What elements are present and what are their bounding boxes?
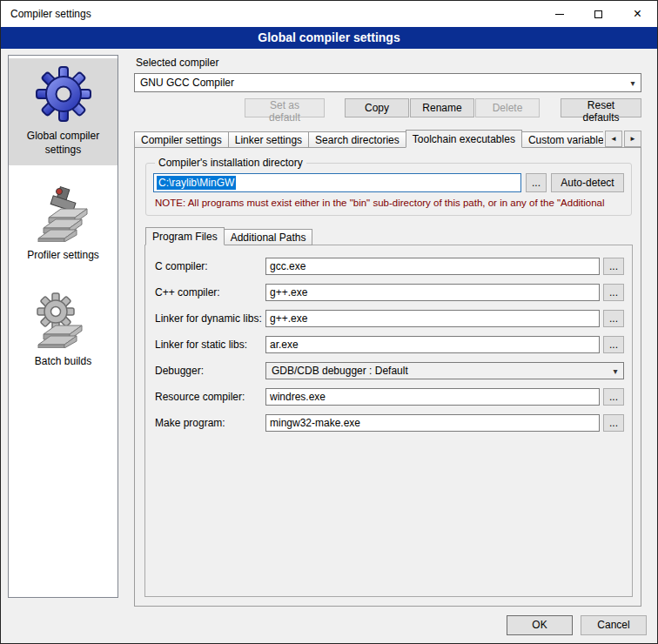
rename-button[interactable]: Rename [410, 98, 474, 117]
field-row-resource-compiler: Resource compiler: ... [155, 388, 624, 406]
tab-search-directories[interactable]: Search directories [308, 131, 406, 148]
tab-program-files[interactable]: Program Files [145, 227, 225, 245]
program-files-panel: C compiler: ... C++ compiler: ... Linker… [144, 245, 633, 597]
sidebar-item-batch-builds[interactable]: Batch builds [9, 285, 118, 378]
main-content: Selected compiler GNU GCC Compiler ▾ Set… [127, 55, 650, 607]
sidebar-item-profiler-settings[interactable]: Profiler settings [9, 179, 118, 272]
field-row-static-linker: Linker for static libs: ... [155, 336, 624, 353]
debugger-value: GDB/CDB debugger : Default [266, 365, 608, 377]
browse-static-linker-button[interactable]: ... [603, 336, 624, 353]
debugger-label: Debugger: [155, 365, 265, 377]
sidebar-item-label: Global compiler settings [12, 130, 114, 157]
sidebar-item-global-compiler-settings[interactable]: Global compiler settings [9, 58, 118, 165]
profiler-icon [37, 186, 91, 242]
minimize-icon [555, 14, 564, 15]
c-compiler-label: C compiler: [155, 260, 265, 272]
tab-scroll-arrows: ◄ ► [605, 131, 641, 147]
selected-compiler-dropdown[interactable]: GNU GCC Compiler ▾ [134, 73, 641, 92]
browse-directory-button[interactable]: ... [526, 173, 547, 192]
delete-button[interactable]: Delete [475, 98, 540, 117]
browse-c-compiler-button[interactable]: ... [603, 258, 624, 275]
dialog-footer: OK Cancel [1, 607, 657, 643]
compiler-buttons-row: Set as default Copy Rename Delete Reset … [134, 98, 641, 117]
browse-cpp-compiler-button[interactable]: ... [603, 284, 624, 301]
resource-compiler-input[interactable] [265, 388, 600, 406]
toolchain-executables-panel: Compiler's installation directory C:\ray… [134, 147, 641, 607]
settings-tabstrip: Compiler settings Linker settings Search… [134, 130, 641, 148]
program-files-tabstrip: Program Files Additional Paths [144, 227, 633, 245]
chevron-down-icon: ▾ [608, 366, 623, 376]
browse-resource-compiler-button[interactable]: ... [603, 388, 624, 406]
auto-detect-button[interactable]: Auto-detect [551, 173, 624, 192]
directory-note: NOTE: All programs must exist either in … [155, 198, 624, 208]
tab-scroll-left-button[interactable]: ◄ [605, 131, 622, 147]
installation-directory-label: Compiler's installation directory [155, 157, 306, 169]
page-title: Global compiler settings [1, 27, 657, 49]
installation-directory-input[interactable]: C:\raylib\MinGW [153, 173, 521, 192]
static-linker-label: Linker for static libs: [155, 339, 265, 351]
browse-make-program-button[interactable]: ... [603, 414, 624, 432]
chevron-down-icon: ▾ [625, 78, 641, 88]
dynamic-linker-label: Linker for dynamic libs: [155, 312, 265, 325]
field-row-dynamic-linker: Linker for dynamic libs: ... [155, 310, 624, 327]
ok-button[interactable]: OK [507, 615, 573, 635]
tab-scroll-right-button[interactable]: ► [624, 131, 641, 147]
tab-custom-variables[interactable]: Custom variables [521, 131, 603, 148]
tab-toolchain-executables[interactable]: Toolchain executables [406, 130, 522, 148]
field-row-debugger: Debugger: GDB/CDB debugger : Default ▾ [155, 362, 624, 379]
field-row-make-program: Make program: ... [155, 414, 624, 432]
installation-directory-group: Compiler's installation directory C:\ray… [145, 157, 632, 216]
dynamic-linker-input[interactable] [265, 310, 600, 327]
batch-builds-icon [37, 292, 91, 348]
installation-directory-row: C:\raylib\MinGW ... Auto-detect [153, 173, 624, 192]
close-button[interactable]: × [618, 1, 657, 27]
selected-compiler-label: Selected compiler [136, 57, 641, 69]
cpp-compiler-label: C++ compiler: [155, 286, 265, 299]
resource-compiler-label: Resource compiler: [155, 391, 265, 403]
reset-defaults-button[interactable]: Reset defaults [561, 98, 641, 117]
tab-compiler-settings[interactable]: Compiler settings [134, 131, 229, 148]
static-linker-input[interactable] [265, 336, 600, 353]
maximize-button[interactable] [579, 1, 618, 27]
window-title: Compiler settings [1, 8, 540, 20]
tab-linker-settings[interactable]: Linker settings [228, 131, 309, 148]
settings-category-list: Global compiler settings [8, 55, 118, 598]
maximize-icon [594, 10, 602, 18]
copy-button[interactable]: Copy [345, 98, 409, 117]
close-icon: × [634, 7, 641, 21]
set-as-default-button[interactable]: Set as default [245, 98, 325, 117]
c-compiler-input[interactable] [265, 258, 600, 275]
titlebar: Compiler settings × [1, 1, 657, 27]
make-program-label: Make program: [155, 417, 265, 429]
browse-dynamic-linker-button[interactable]: ... [603, 310, 624, 327]
minimize-button[interactable] [540, 1, 579, 27]
field-row-c-compiler: C compiler: ... [155, 258, 624, 275]
selected-compiler-value: GNU GCC Compiler [135, 77, 625, 89]
tabs-scroller: Compiler settings Linker settings Search… [134, 130, 603, 148]
make-program-input[interactable] [265, 414, 600, 432]
cpp-compiler-input[interactable] [265, 284, 600, 301]
dialog-body: Global compiler settings [1, 49, 657, 607]
sidebar-item-label: Batch builds [35, 355, 91, 369]
blue-gear-icon [35, 65, 92, 123]
tab-additional-paths[interactable]: Additional Paths [224, 229, 313, 245]
compiler-settings-window: Compiler settings × Global compiler sett… [0, 0, 658, 644]
cancel-button[interactable]: Cancel [581, 615, 647, 635]
installation-directory-value: C:\raylib\MinGW [157, 176, 236, 190]
debugger-dropdown[interactable]: GDB/CDB debugger : Default ▾ [265, 362, 624, 379]
field-row-cpp-compiler: C++ compiler: ... [155, 284, 624, 301]
sidebar-item-label: Profiler settings [27, 249, 99, 263]
